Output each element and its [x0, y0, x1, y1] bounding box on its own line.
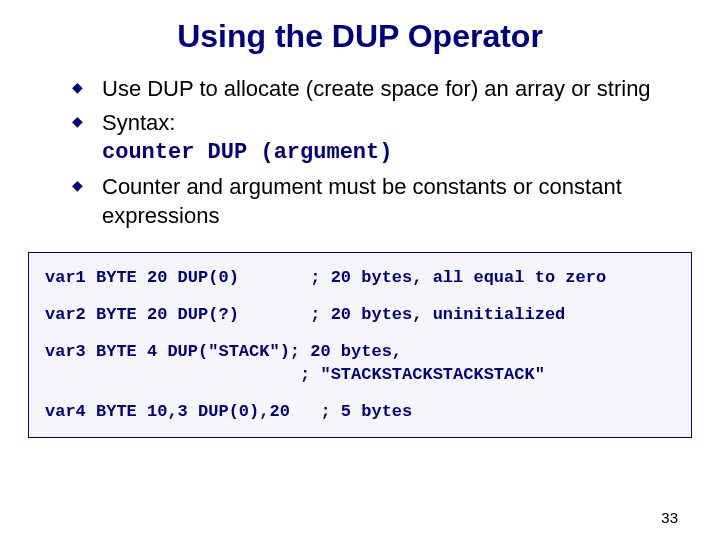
bullet-item: Syntax: counter DUP (argument) [72, 109, 660, 167]
bullet-text: Use DUP to allocate (create space for) a… [102, 76, 651, 101]
code-line: var4 BYTE 10,3 DUP(0),20 ; 5 bytes [45, 401, 675, 424]
code-line: var1 BYTE 20 DUP(0) ; 20 bytes, all equa… [45, 267, 675, 290]
page-number: 33 [661, 509, 678, 526]
code-line: var2 BYTE 20 DUP(?) ; 20 bytes, uninitia… [45, 304, 675, 327]
bullet-item: Counter and argument must be constants o… [72, 173, 660, 229]
syntax-code: counter DUP (argument) [102, 140, 392, 165]
slide-title: Using the DUP Operator [0, 0, 720, 61]
bullet-text: Syntax: [102, 110, 175, 135]
bullet-text: Counter and argument must be constants o… [102, 174, 622, 227]
code-line: var3 BYTE 4 DUP("STACK"); 20 bytes, ; "S… [45, 341, 675, 387]
bullet-item: Use DUP to allocate (create space for) a… [72, 75, 660, 103]
bullet-list: Use DUP to allocate (create space for) a… [0, 61, 720, 246]
code-example-box: var1 BYTE 20 DUP(0) ; 20 bytes, all equa… [28, 252, 692, 439]
